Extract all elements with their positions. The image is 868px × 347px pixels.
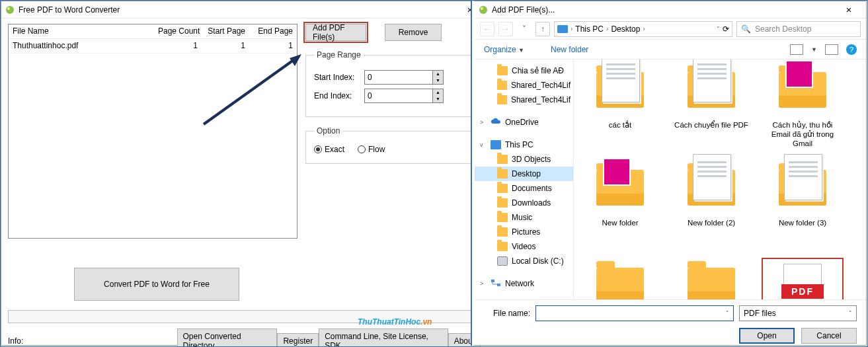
app-title: Free PDF to Word Converter xyxy=(19,5,457,15)
navigation-tree[interactable]: Chia sẻ file AĐShared_Tech4LifShared_Tec… xyxy=(475,59,574,299)
refresh-icon[interactable]: ⟳ xyxy=(723,24,729,34)
file-type-filter[interactable]: PDF files˅ xyxy=(739,305,857,321)
tree-item[interactable]: Videos xyxy=(475,239,573,254)
progress-bar xyxy=(8,310,480,323)
folder-icon xyxy=(497,155,508,164)
help-icon[interactable]: ? xyxy=(846,44,857,55)
tree-item[interactable]: Chia sẻ file AĐ xyxy=(475,63,573,78)
chevron-down-icon[interactable]: ˅ xyxy=(717,26,720,32)
cancel-button[interactable]: Cancel xyxy=(801,328,857,344)
file-item[interactable]: New folder (3) xyxy=(763,161,842,254)
open-button[interactable]: Open xyxy=(739,328,795,344)
file-list[interactable]: các tắtCách chuyển file PDFCách hủy, thu… xyxy=(574,59,866,299)
tree-item[interactable]: Shared_Tech4Lif xyxy=(475,93,573,107)
tree-item[interactable]: >Network xyxy=(475,276,573,291)
folder-icon xyxy=(776,161,829,214)
tree-item[interactable]: Desktop xyxy=(475,167,573,181)
view-mode-icon[interactable] xyxy=(790,44,803,55)
tree-item-label: Chia sẻ file AĐ xyxy=(512,66,564,75)
col-startpage[interactable]: Start Page xyxy=(202,24,249,38)
folder-icon xyxy=(776,63,829,116)
organize-menu[interactable]: Organize ▼ xyxy=(484,45,524,54)
folder-icon xyxy=(497,227,508,237)
tree-item[interactable]: Documents xyxy=(475,181,573,196)
tree-item-label: Local Disk (C:) xyxy=(512,256,564,266)
tree-item[interactable]: Downloads xyxy=(475,196,573,210)
file-grid[interactable]: File Name Page Count Start Page End Page… xyxy=(8,24,297,239)
file-label: New folder (2) xyxy=(688,218,735,227)
chevron-down-icon[interactable]: ▼ xyxy=(811,46,817,53)
dialog-titlebar: Add PDF File(s)... × xyxy=(475,1,866,19)
tree-item[interactable]: Shared_Tech4Lif xyxy=(475,78,573,93)
crumb-desktop[interactable]: Desktop xyxy=(611,24,640,34)
col-endpage[interactable]: End Page xyxy=(249,24,297,38)
svg-point-1 xyxy=(7,7,10,10)
flow-radio[interactable]: Flow xyxy=(358,145,385,154)
exact-radio[interactable]: Exact xyxy=(314,145,344,154)
net-icon xyxy=(491,279,501,288)
folder-icon xyxy=(497,213,508,222)
tree-item[interactable]: vThis PC xyxy=(475,137,573,152)
expand-icon[interactable]: v xyxy=(480,141,487,148)
pdf-icon: PDF xyxy=(776,260,829,299)
search-input[interactable]: 🔍 Search Desktop xyxy=(736,21,861,37)
expand-icon[interactable]: > xyxy=(480,280,487,287)
search-icon: 🔍 xyxy=(741,24,751,34)
commandline-button[interactable]: Command Line, Site License, SDK xyxy=(319,328,448,347)
open-directory-button[interactable]: Open Converted Directory xyxy=(177,328,278,347)
col-pagecount[interactable]: Page Count xyxy=(154,24,202,38)
folder-icon xyxy=(685,259,738,299)
tree-item[interactable]: 3D Objects xyxy=(475,152,573,167)
tree-item-label: This PC xyxy=(505,140,533,149)
folder-icon xyxy=(594,161,647,214)
start-index-input[interactable]: 0 ▲▼ xyxy=(364,70,444,85)
end-index-label: End Index: xyxy=(314,91,364,100)
new-folder-button[interactable]: New folder xyxy=(551,45,588,54)
up-button[interactable]: ↑ xyxy=(535,22,550,36)
folder-icon xyxy=(497,242,508,251)
folder-icon xyxy=(497,169,508,178)
register-button[interactable]: Register xyxy=(277,333,319,347)
filename-input[interactable]: ˅ xyxy=(535,305,734,321)
tree-item[interactable]: Pictures xyxy=(475,225,573,239)
spinner-up-icon: ▲ xyxy=(433,71,443,77)
forward-button[interactable]: → xyxy=(498,22,513,36)
grid-header: File Name Page Count Start Page End Page xyxy=(9,24,297,39)
tree-item[interactable]: >OneDrive xyxy=(475,115,573,130)
tree-item-label: Pictures xyxy=(512,227,540,237)
recent-chevron-icon[interactable]: ˅ xyxy=(517,22,532,36)
close-icon[interactable]: × xyxy=(836,2,862,18)
end-index-input[interactable]: 0 ▲▼ xyxy=(364,89,444,103)
convert-button[interactable]: Convert PDF to Word for Free xyxy=(74,268,239,301)
crumb-thispc[interactable]: This PC xyxy=(575,24,604,34)
tree-item-label: Documents xyxy=(512,184,552,193)
file-item[interactable]: Cách hủy, thu hồi Email đã gửi trong Gma… xyxy=(763,63,842,156)
file-label: các tắt xyxy=(609,120,631,130)
tree-item[interactable]: Music xyxy=(475,210,573,225)
file-item[interactable]: các tắt xyxy=(580,63,660,156)
file-label: Cách hủy, thu hồi Email đã gửi trong Gma… xyxy=(763,120,842,148)
remove-button[interactable]: Remove xyxy=(385,24,442,41)
expand-icon[interactable]: > xyxy=(480,119,487,126)
file-item[interactable]: New folder xyxy=(580,161,660,254)
converter-window: Free PDF to Word Converter × ↖ File Name… xyxy=(1,1,488,346)
file-item[interactable]: PDFThuthuattinhoc.pdf xyxy=(763,259,842,299)
tree-item[interactable]: Local Disk (C:) xyxy=(475,254,573,268)
app-icon xyxy=(5,5,15,15)
file-item[interactable]: New folder (2) xyxy=(672,161,751,254)
breadcrumb[interactable]: › This PC › Desktop › ˅ ⟳ xyxy=(554,21,732,37)
file-item[interactable]: pdf2word xyxy=(672,259,751,299)
file-item[interactable]: ngủ đông xyxy=(580,259,660,299)
col-filename[interactable]: File Name xyxy=(9,24,154,38)
option-group: Option Exact Flow xyxy=(305,126,477,164)
table-row[interactable]: Thuthuattinhoc.pdf 1 1 1 xyxy=(9,39,297,54)
back-button[interactable]: ← xyxy=(480,22,494,36)
filename-label: File name: xyxy=(484,309,530,318)
chevron-down-icon[interactable]: ˅ xyxy=(726,310,729,317)
file-item[interactable]: Cách chuyển file PDF xyxy=(672,63,751,156)
add-pdf-button[interactable]: Add PDF File(s) xyxy=(305,24,366,41)
preview-pane-icon[interactable] xyxy=(825,44,838,55)
cloud-icon xyxy=(491,118,501,127)
folder-icon xyxy=(497,81,507,90)
folder-icon xyxy=(594,259,647,299)
